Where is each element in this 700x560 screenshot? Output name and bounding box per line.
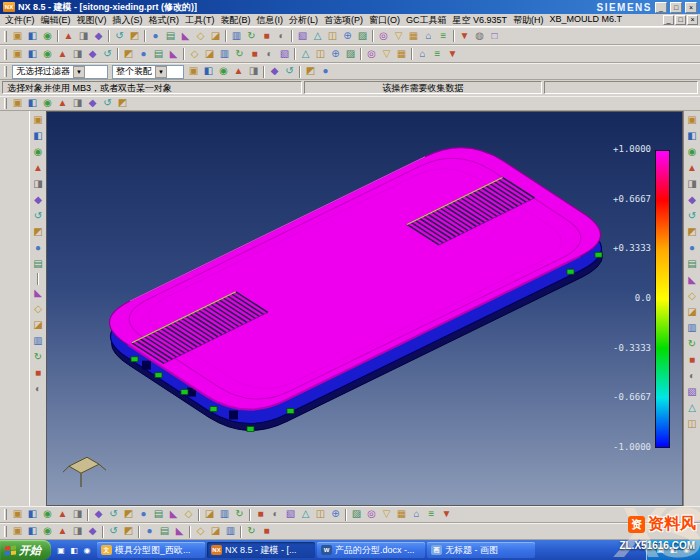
arc-icon[interactable]: ▲ (55, 47, 70, 62)
toolbar-grip[interactable] (4, 31, 7, 42)
intersection-point-icon[interactable]: ◨ (246, 64, 261, 79)
hole-icon[interactable]: ≡ (436, 29, 451, 44)
chevron-down-icon[interactable]: ▼ (155, 66, 167, 78)
ie-quicklaunch-icon[interactable]: ▣ (55, 544, 67, 557)
chamfer-icon[interactable]: ◪ (202, 47, 217, 62)
model-canvas[interactable] (47, 112, 682, 505)
radius-check-icon[interactable]: ▧ (685, 385, 700, 400)
render-style-icon[interactable]: ◩ (115, 96, 130, 111)
snap-center-icon[interactable]: ◉ (40, 524, 55, 539)
assembly-constraints-icon[interactable]: ◎ (364, 47, 379, 62)
toolbar-grip[interactable] (4, 509, 7, 520)
named-view-icon[interactable]: ● (142, 524, 157, 539)
quick-trim-icon[interactable]: ◆ (85, 47, 100, 62)
fit-view-icon[interactable]: ◧ (25, 96, 40, 111)
antivirus-tray-icon[interactable]: ◉ (681, 544, 692, 556)
pocket-tool-icon[interactable]: ▨ (349, 507, 364, 522)
zoom-in-out-icon[interactable]: ◉ (40, 96, 55, 111)
menu-item-10[interactable]: 窗口(O) (366, 14, 403, 27)
new-file-icon[interactable]: ▣ (10, 29, 25, 44)
media-player-icon[interactable]: ◉ (81, 544, 93, 557)
edit-parting-icon[interactable]: ▤ (151, 507, 166, 522)
sketch-icon[interactable]: ▽ (391, 29, 406, 44)
child-minimize-button[interactable]: _ (663, 15, 674, 25)
refresh-view-icon[interactable]: ● (148, 29, 163, 44)
show-desktop-icon[interactable]: ◧ (68, 544, 80, 557)
start-module-icon[interactable]: ▼ (457, 29, 472, 44)
through-curves-icon[interactable]: ◫ (313, 47, 328, 62)
menu-item-14[interactable]: XB_MOULD M6.T (547, 14, 626, 27)
hide-object-icon[interactable]: ◪ (208, 524, 223, 539)
snap-existing-point-icon[interactable]: ◆ (85, 524, 100, 539)
sphere-icon[interactable]: ◫ (325, 29, 340, 44)
invert-show-icon[interactable]: ▥ (223, 524, 238, 539)
move-component-icon[interactable]: ▽ (379, 47, 394, 62)
toolbar-grip[interactable] (4, 98, 7, 109)
compare-model-icon[interactable]: ▥ (685, 321, 700, 336)
workpiece-icon[interactable]: ▲ (55, 507, 70, 522)
copy-icon[interactable]: ◨ (76, 29, 91, 44)
show-hide-icon[interactable]: ▼ (445, 47, 460, 62)
boolean-subtract-icon[interactable]: ▨ (355, 29, 370, 44)
sub-insert-library-icon[interactable]: △ (298, 507, 313, 522)
draft-analysis-icon[interactable]: ◨ (685, 177, 700, 192)
information-icon[interactable]: ↻ (31, 350, 46, 365)
pan-view-icon[interactable]: ◇ (193, 29, 208, 44)
trim-body-icon[interactable]: ◐ (262, 47, 277, 62)
touch-mode-icon[interactable]: ◐ (31, 382, 46, 397)
wcs-display-icon[interactable]: ◪ (31, 318, 46, 333)
perspective-icon[interactable]: ◆ (85, 96, 100, 111)
menu-item-6[interactable]: 装配(B) (218, 14, 254, 27)
show-object-icon[interactable]: ◇ (193, 524, 208, 539)
draft-icon[interactable]: ↻ (232, 47, 247, 62)
shrinkage-icon[interactable]: ◉ (40, 507, 55, 522)
direct-sketch-icon[interactable]: ▣ (10, 47, 25, 62)
check-mate-icon[interactable]: ↻ (685, 337, 700, 352)
refresh-icon[interactable]: ▣ (10, 96, 25, 111)
line-icon[interactable]: ◉ (40, 47, 55, 62)
section-icon[interactable]: ↺ (100, 96, 115, 111)
standard-part-icon[interactable]: ■ (253, 507, 268, 522)
general-selection-icon[interactable]: ● (318, 64, 333, 79)
deviation-gauge-icon[interactable]: ◉ (685, 145, 700, 160)
electrode-design-icon[interactable]: ⊕ (328, 507, 343, 522)
snap-end-icon[interactable]: ▣ (10, 524, 25, 539)
menu-item-11[interactable]: GC工具箱 (403, 14, 450, 27)
highlight-related-icon[interactable]: ◫ (685, 417, 700, 432)
macro-icon[interactable]: ■ (31, 366, 46, 381)
measure-distance-icon[interactable]: ⌂ (415, 47, 430, 62)
zoom-view-icon[interactable]: ◣ (178, 29, 193, 44)
face-analysis-icon[interactable]: ◧ (685, 129, 700, 144)
ejector-pin-icon[interactable]: ◐ (268, 507, 283, 522)
part-navigator-icon[interactable]: ◉ (31, 145, 46, 160)
extract-regions-icon[interactable]: ◩ (121, 507, 136, 522)
menu-item-8[interactable]: 分析(L) (286, 14, 321, 27)
network-tray-icon[interactable]: ◧ (668, 544, 679, 556)
save-icon[interactable]: ◉ (40, 29, 55, 44)
volume-tray-icon[interactable]: ▣ (655, 544, 666, 556)
window-switch-icon[interactable]: ◍ (472, 29, 487, 44)
mirror-feature-icon[interactable]: ◣ (166, 47, 181, 62)
family-mold-icon[interactable]: ≡ (424, 507, 439, 522)
hd3d-tools-icon[interactable]: ◨ (31, 177, 46, 192)
cavity-insert-icon[interactable]: ▥ (217, 507, 232, 522)
child-restore-button[interactable]: □ (675, 15, 686, 25)
angle-measure-icon[interactable]: ▤ (685, 257, 700, 272)
snap-quadrant-icon[interactable]: ▲ (55, 524, 70, 539)
shaded-with-edges-icon[interactable]: ▥ (229, 29, 244, 44)
selection-scope-combo[interactable]: 整个装配 ▼ (112, 65, 184, 79)
expression-icon[interactable]: ◇ (31, 302, 46, 317)
paste-icon[interactable]: ◆ (91, 29, 106, 44)
assembly-navigator-icon[interactable]: ▣ (31, 113, 46, 128)
web-browser-icon[interactable]: ◆ (31, 193, 46, 208)
menu-item-1[interactable]: 编辑(E) (38, 14, 74, 27)
sew-icon[interactable]: ▨ (343, 47, 358, 62)
minimize-button[interactable]: _ (655, 2, 667, 13)
wireframe-display-icon[interactable]: ↻ (244, 29, 259, 44)
fillet-curve-icon[interactable]: ↺ (100, 47, 115, 62)
grid-analysis-icon[interactable]: ◩ (685, 225, 700, 240)
orient-wcs-icon[interactable]: ◩ (121, 524, 136, 539)
maximize-button[interactable]: □ (670, 2, 682, 13)
class-selection-icon[interactable]: ■ (259, 524, 274, 539)
select-all-icon[interactable]: ◆ (267, 64, 282, 79)
